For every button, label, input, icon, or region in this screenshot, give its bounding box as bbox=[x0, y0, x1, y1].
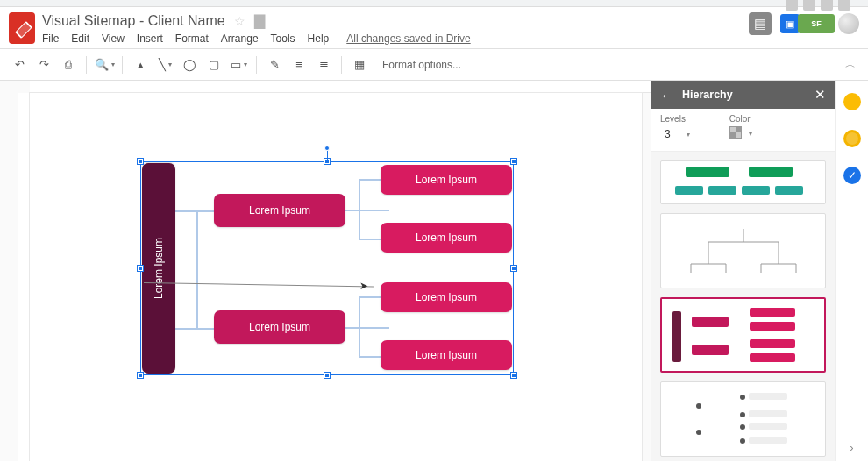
extension-1[interactable] bbox=[786, 0, 798, 11]
panel-header: ← Hierarchy ✕ bbox=[651, 81, 835, 109]
menu-edit[interactable]: Edit bbox=[71, 32, 89, 45]
print-button[interactable]: ⎙ bbox=[58, 54, 79, 75]
levels-value: 3 bbox=[665, 128, 671, 140]
textbox-tool[interactable]: ▢ bbox=[203, 54, 224, 75]
extension-3[interactable] bbox=[821, 0, 833, 11]
shape-tool[interactable]: ◯ bbox=[179, 54, 200, 75]
addons-collapse-icon[interactable]: › bbox=[850, 441, 853, 454]
line-weight-tool[interactable]: ≡ bbox=[288, 54, 309, 75]
ruler-vertical[interactable] bbox=[18, 93, 30, 461]
menu-arrange[interactable]: Arrange bbox=[221, 32, 259, 45]
paint-tool[interactable]: ✎ bbox=[264, 54, 285, 75]
selection-handle-w[interactable] bbox=[138, 266, 143, 271]
menu-help[interactable]: Help bbox=[308, 32, 330, 45]
menu-format[interactable]: Format bbox=[175, 32, 209, 45]
sep bbox=[256, 56, 257, 74]
cursor-pointer-icon: ➤ bbox=[359, 280, 368, 292]
header-right: ▤ ▣ SF bbox=[749, 12, 859, 35]
drawing-layer: Lorem Ipsum Lorem Ipsum Lorem Ipsum Lore… bbox=[30, 93, 642, 461]
undo-button[interactable]: ↶ bbox=[9, 54, 30, 75]
image-tool[interactable]: ▭ bbox=[228, 54, 249, 75]
folder-icon[interactable]: ▇ bbox=[254, 12, 265, 29]
panel-back-icon[interactable]: ← bbox=[660, 88, 673, 103]
sep bbox=[122, 56, 123, 74]
menu-bar: File Edit View Insert Format Arrange Too… bbox=[42, 32, 749, 45]
avatar-group: ▣ SF bbox=[780, 13, 859, 34]
addon-tasks-icon[interactable] bbox=[843, 167, 861, 184]
title-area: Visual Sitemap - Client Name ☆ ▇ File Ed… bbox=[42, 12, 749, 45]
collab-avatar-2[interactable]: SF bbox=[798, 14, 835, 33]
sep bbox=[86, 56, 87, 74]
main-area: Lorem Ipsum Lorem Ipsum Lorem Ipsum Lore… bbox=[0, 81, 868, 461]
more-tool[interactable]: ▦ bbox=[349, 54, 370, 75]
app-header: Visual Sitemap - Client Name ☆ ▇ File Ed… bbox=[0, 7, 868, 45]
selection-handle-se[interactable] bbox=[511, 373, 516, 378]
rotation-stem bbox=[327, 151, 328, 161]
line-tool[interactable]: ╲ bbox=[154, 54, 175, 75]
addon-keep-icon[interactable] bbox=[843, 130, 861, 147]
template-1[interactable] bbox=[660, 160, 826, 204]
canvas-wrap: Lorem Ipsum Lorem Ipsum Lorem Ipsum Lore… bbox=[0, 81, 651, 461]
template-3[interactable] bbox=[660, 297, 826, 373]
app-logo-icon[interactable] bbox=[9, 12, 35, 44]
collapse-toolbar-icon[interactable]: ︿ bbox=[845, 57, 856, 72]
color-label: Color bbox=[729, 114, 752, 124]
extension-4[interactable] bbox=[838, 0, 850, 11]
template-4[interactable] bbox=[660, 381, 826, 457]
selection-handle-s[interactable] bbox=[324, 373, 330, 378]
levels-label: Levels bbox=[660, 114, 694, 124]
collab-avatar-1[interactable]: ▣ bbox=[780, 14, 800, 33]
levels-dropdown[interactable]: 3 bbox=[660, 126, 694, 142]
open-comments-icon[interactable]: ▤ bbox=[749, 12, 772, 35]
browser-strip bbox=[0, 0, 868, 7]
drawing-canvas[interactable]: Lorem Ipsum Lorem Ipsum Lorem Ipsum Lore… bbox=[30, 93, 642, 461]
template-2[interactable] bbox=[660, 213, 826, 288]
extension-2[interactable] bbox=[803, 0, 815, 11]
save-status[interactable]: All changes saved in Drive bbox=[346, 32, 470, 45]
addon-calendar-icon[interactable] bbox=[843, 93, 861, 110]
select-tool[interactable]: ▴ bbox=[130, 54, 151, 75]
fill-swatch-icon bbox=[729, 126, 742, 139]
sep bbox=[341, 56, 342, 74]
side-addons-bar: › bbox=[835, 81, 868, 461]
toolbar: ↶ ↷ ⎙ 🔍 ▴ ╲ ◯ ▢ ▭ ✎ ≡ ≣ ▦ Format options… bbox=[0, 49, 868, 81]
hierarchy-panel: ← Hierarchy ✕ Levels 3 Color bbox=[651, 81, 835, 461]
doc-title[interactable]: Visual Sitemap - Client Name bbox=[42, 13, 225, 29]
template-list[interactable] bbox=[651, 152, 835, 461]
color-picker[interactable] bbox=[729, 126, 752, 139]
account-avatar[interactable] bbox=[838, 13, 859, 34]
selection-handle-e[interactable] bbox=[511, 266, 516, 271]
menu-view[interactable]: View bbox=[102, 32, 125, 45]
template-2-svg bbox=[673, 220, 814, 281]
star-icon[interactable]: ☆ bbox=[234, 14, 245, 28]
redo-button[interactable]: ↷ bbox=[33, 54, 54, 75]
fill-dropdown-icon bbox=[745, 126, 752, 139]
menu-insert[interactable]: Insert bbox=[137, 32, 163, 45]
ruler-horizontal[interactable] bbox=[30, 81, 651, 93]
zoom-dropdown[interactable]: 🔍 bbox=[94, 54, 115, 75]
format-options-button[interactable]: Format options... bbox=[382, 59, 461, 71]
extension-row bbox=[786, 0, 850, 11]
menu-tools[interactable]: Tools bbox=[271, 32, 295, 45]
panel-title: Hierarchy bbox=[682, 89, 806, 101]
selection-handle-nw[interactable] bbox=[138, 159, 143, 164]
panel-close-icon[interactable]: ✕ bbox=[815, 87, 826, 103]
menu-file[interactable]: File bbox=[42, 32, 59, 45]
selection-box[interactable] bbox=[140, 161, 514, 375]
doc-title-row: Visual Sitemap - Client Name ☆ ▇ bbox=[42, 12, 749, 29]
line-dash-tool[interactable]: ≣ bbox=[313, 54, 334, 75]
selection-handle-sw[interactable] bbox=[138, 373, 143, 378]
panel-options: Levels 3 Color bbox=[651, 109, 835, 152]
selection-handle-ne[interactable] bbox=[511, 159, 516, 164]
